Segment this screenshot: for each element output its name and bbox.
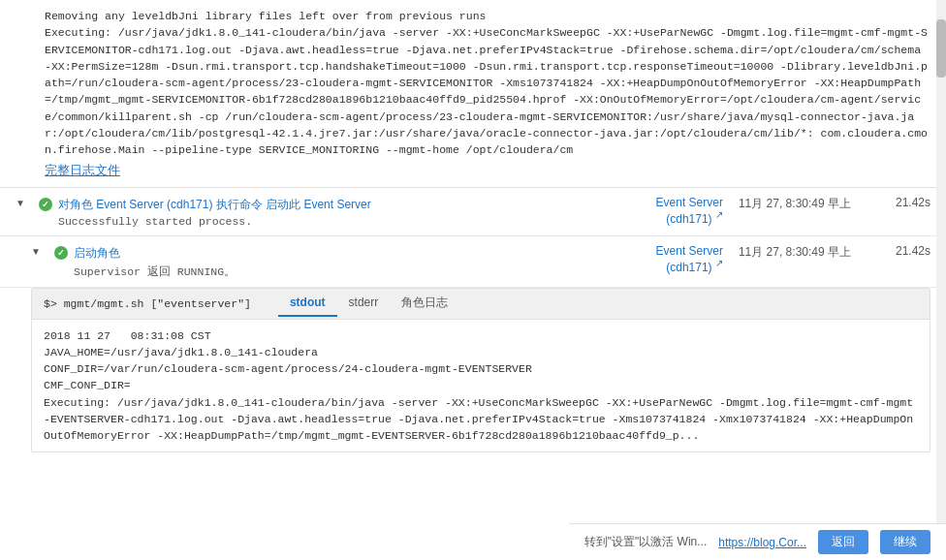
cmd-time-1: 11月 27, 8:30:49 早上: [739, 196, 851, 212]
return-button[interactable]: 返回: [818, 530, 868, 554]
expand-cmd1[interactable]: ▼: [16, 198, 35, 208]
scrollbar-track[interactable]: [936, 0, 946, 560]
cmd-service-link-2[interactable]: Event Server(cdh171) ↗: [656, 244, 723, 274]
cmd-duration-1: 21.42s: [882, 196, 930, 209]
check-icon-cmd1: ✓: [42, 200, 49, 209]
cmd-duration-2: 21.42s: [882, 244, 930, 258]
bottom-text: 转到"设置"以激活 Win...: [584, 534, 708, 550]
status-icon-cmd2: ✓: [54, 246, 68, 260]
cmd-time-2: 11月 27, 8:30:49 早上: [739, 244, 851, 261]
sub-command-block: $> mgmt/mgmt.sh ["eventserver"] stdout s…: [31, 288, 930, 453]
cmd-title-2: 启动角色: [74, 244, 656, 262]
command-row-2: ▼ ✓ 启动角色 Supervisor 返回 RUNNING。 Event Se…: [0, 236, 946, 287]
cmd-content-2: 启动角色 Supervisor 返回 RUNNING。: [74, 244, 656, 278]
scrollbar-thumb[interactable]: [936, 19, 946, 78]
tab-role-log[interactable]: 角色日志: [390, 289, 459, 319]
cmd-title-1: 对角色 Event Server (cdh171) 执行命令 启动此 Event…: [58, 196, 656, 213]
top-log-section: Removing any leveldbJni library files le…: [0, 0, 946, 188]
cmd-subtitle-1: Successfully started process.: [58, 215, 656, 228]
sub-cmd-content: 2018 11 27 08:31:08 CST JAVA_HOME=/usr/j…: [32, 320, 930, 452]
sub-cmd-tabs: $> mgmt/mgmt.sh ["eventserver"] stdout s…: [32, 289, 930, 320]
main-container: Removing any leveldbJni library files le…: [0, 0, 946, 560]
cmd-content-1: 对角色 Event Server (cdh171) 执行命令 启动此 Event…: [58, 196, 656, 228]
top-log-text: Removing any leveldbJni library files le…: [16, 8, 930, 158]
cmd-service-2: Event Server(cdh171) ↗: [656, 244, 723, 274]
continue-button[interactable]: 继续: [880, 530, 930, 554]
bottom-overlay: 转到"设置"以激活 Win... https://blog.Cor... 返回 …: [569, 523, 946, 560]
arrow-icon-cmd2: ▼: [31, 246, 41, 257]
check-icon-cmd2: ✓: [57, 248, 65, 258]
tab-stderr[interactable]: stderr: [337, 290, 391, 317]
status-icon-cmd1: ✓: [39, 198, 52, 211]
arrow-icon-cmd1: ▼: [16, 198, 25, 208]
cmd-service-1: Event Server(cdh171) ↗: [656, 196, 723, 226]
external-icon-1: ↗: [715, 209, 723, 220]
command-row-1: ▼ ✓ 对角色 Event Server (cdh171) 执行命令 启动此 E…: [0, 188, 946, 236]
cmd-subtitle-2: Supervisor 返回 RUNNING。: [74, 264, 656, 279]
bottom-link[interactable]: https://blog.Cor...: [718, 536, 806, 549]
cmd-link-2[interactable]: 启动角色: [74, 246, 120, 260]
cmd-right-1: Event Server(cdh171) ↗ 11月 27, 8:30:49 早…: [656, 196, 930, 226]
sub-cmd-title: $> mgmt/mgmt.sh ["eventserver"]: [44, 292, 263, 316]
expand-cmd2[interactable]: ▼: [31, 246, 50, 257]
cmd-service-link-1[interactable]: Event Server(cdh171) ↗: [656, 196, 723, 226]
cmd-right-2: Event Server(cdh171) ↗ 11月 27, 8:30:49 早…: [656, 244, 930, 274]
tab-stdout[interactable]: stdout: [278, 290, 337, 317]
external-icon-2: ↗: [715, 258, 723, 268]
cmd-link-1[interactable]: 对角色 Event Server (cdh171) 执行命令 启动此 Event…: [58, 198, 371, 211]
full-log-link[interactable]: 完整日志文件: [16, 162, 930, 179]
